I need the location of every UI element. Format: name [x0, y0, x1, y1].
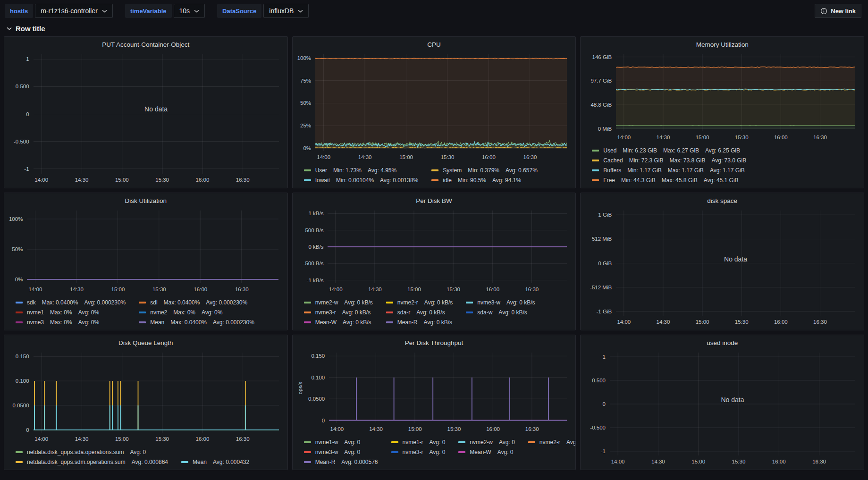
legend-item-mean-w[interactable]: Mean-WAvg: 0 kB/s	[304, 317, 373, 327]
legend-series-stat: Avg: 0.000864	[132, 459, 168, 465]
legend-item-cached[interactable]: CachedMin: 72.3 GiBMax: 73.8 GiBAvg: 73.…	[592, 155, 746, 165]
legend-series-stat: Min: 90.5%	[458, 177, 486, 184]
legend-swatch	[386, 302, 393, 303]
panel-title-cpu[interactable]: CPU	[297, 39, 571, 51]
topbar: hostIs m-r1z1s6-controller timeVariable …	[0, 0, 868, 20]
panel-title-per-disk-throughput[interactable]: Per Disk Throughput	[297, 337, 571, 349]
variable-dropdown-timevariable[interactable]: 10s	[174, 4, 205, 18]
legend-item-iowait[interactable]: IowaitMin: 0.00104%Avg: 0.00138%	[304, 175, 419, 185]
panel-title-disk-utilization[interactable]: Disk Utilization	[9, 195, 283, 207]
legend-series-stat: Avg: 0 kB/s	[342, 309, 371, 316]
chart-svg-per-disk-throughput	[329, 353, 567, 423]
legend-series-stat: Avg: 0	[499, 439, 515, 446]
chevron-down-icon	[298, 9, 303, 13]
plot-area-disk-queue-length[interactable]: 0.1500.1000.0500014:0014:3015:0015:3016:…	[34, 353, 279, 433]
plot-area-memory-utilization[interactable]: 146 GiB97.7 GiB48.8 GiB0 MiB14:0014:3015…	[616, 54, 855, 131]
legend-item-netdata-disk-qops-sdm-operations-sum[interactable]: netdata.disk_qops.sdm.operations.sumAvg:…	[16, 457, 168, 467]
legend-item-mean[interactable]: MeanMax: 0.0400%Avg: 0.000230%	[139, 317, 254, 327]
legend-series-name: nvme3-w	[315, 449, 338, 455]
x-tick-label: 15:30	[155, 436, 169, 442]
legend-series-name: Mean	[150, 319, 164, 326]
legend-swatch	[304, 461, 311, 463]
panel-title-put-account-container-object[interactable]: PUT Account-Container-Object	[9, 39, 283, 51]
plot-area-put-account-container-object[interactable]: 10.5000-0.500-114:0014:3015:0015:3016:00…	[34, 54, 279, 174]
legend-item-sda-w[interactable]: sda-wAvg: 0 kB/s	[466, 307, 535, 317]
panel-title-disk-space[interactable]: disk space	[585, 195, 859, 207]
panel-title-per-disk-bw[interactable]: Per Disk BW	[297, 195, 571, 207]
y-tick-label: 0.0500	[12, 403, 29, 408]
plot-area-cpu[interactable]: 100%75%50%25%0%14:0014:3015:0015:3016:00…	[315, 54, 567, 151]
legend-item-sda-r[interactable]: sda-rAvg: 0 kB/s	[386, 307, 453, 317]
legend-item-nvme2-r[interactable]: nvme2-rAvg: 0 kB/s	[386, 297, 453, 307]
legend-item-mean-r[interactable]: Mean-RAvg: 0.000576	[304, 457, 378, 467]
info-circle-icon	[820, 8, 827, 15]
legend-item-nvme1-w[interactable]: nvme1-wAvg: 0	[304, 437, 378, 447]
x-tick-label: 14:30	[369, 426, 383, 432]
plot-area-per-disk-bw[interactable]: 1 kB/s500 B/s0 kB/s-500 B/s-1 kB/s14:001…	[328, 211, 567, 283]
legend-item-nvme1[interactable]: nvme1Max: 0%Avg: 0%	[16, 307, 126, 317]
legend-item-nvme3-w[interactable]: nvme3-wAvg: 0 kB/s	[466, 297, 535, 307]
legend-series-stat: Avg: 94.1%	[492, 177, 521, 184]
legend-per-disk-bw: nvme2-wAvg: 0 kB/snvme2-rAvg: 0 kB/snvme…	[297, 295, 571, 328]
legend-item-nvme1-r[interactable]: nvme1-rAvg: 0	[391, 437, 446, 447]
legend-item-used[interactable]: UsedMin: 6.23 GiBMax: 6.27 GiBAvg: 6.25 …	[592, 145, 746, 155]
y-tick-label: 0.150	[16, 354, 29, 359]
legend-item-system[interactable]: SystemMin: 0.379%Avg: 0.657%	[431, 165, 538, 175]
x-tick-label: 14:30	[657, 135, 670, 140]
legend-item-free[interactable]: FreeMin: 44.3 GiBMax: 45.8 GiBAvg: 45.1 …	[592, 175, 746, 185]
panel-title-used-inode[interactable]: used inode	[585, 337, 859, 349]
legend-item-sdl[interactable]: sdlMax: 0.0400%Avg: 0.000230%	[139, 297, 254, 307]
y-tick-label: 0.100	[16, 378, 29, 384]
chart-svg-cpu	[315, 54, 567, 151]
x-tick-label: 14:30	[358, 154, 372, 160]
legend-item-nvme2-w[interactable]: nvme2-wAvg: 0	[458, 437, 515, 447]
row-header[interactable]: Row title	[0, 20, 868, 33]
legend-series-name: nvme3-w	[477, 299, 500, 306]
legend-item-mean[interactable]: MeanAvg: 0.000432	[181, 457, 249, 467]
plot-area-per-disk-throughput[interactable]: 0.1500.1000.0500014:0014:3015:0015:3016:…	[329, 353, 567, 423]
y-tick-label: 512 MiB	[592, 236, 612, 242]
plot-area-used-inode[interactable]: 10.5000-0.500-114:0014:3015:0015:3016:00…	[610, 353, 855, 455]
legend-item-mean-w[interactable]: Mean-WAvg: 0	[458, 447, 515, 457]
variable-label-timevariable: timeVariable	[125, 4, 172, 18]
legend-item-nvme3-r[interactable]: nvme3-rAvg: 0	[391, 447, 446, 457]
legend-item-buffers[interactable]: BuffersMin: 1.17 GiBMax: 1.17 GiBAvg: 1.…	[592, 165, 746, 175]
legend-item-nvme3[interactable]: nvme3Max: 0%Avg: 0%	[16, 317, 126, 327]
legend-item-nvme2[interactable]: nvme2Max: 0%Avg: 0%	[139, 307, 254, 317]
x-tick-label: 16:00	[482, 154, 496, 160]
x-tick-label: 16:30	[236, 436, 250, 442]
y-tick-label: 100%	[297, 55, 311, 61]
panel-memory-utilization: Memory Utilization146 GiB97.7 GiB48.8 Gi…	[580, 36, 864, 188]
legend-item-nvme2-w[interactable]: nvme2-wAvg: 0 kB/s	[304, 297, 373, 307]
legend-series-stat: Max: 0.0400%	[170, 319, 207, 326]
legend-series-stat: Avg: 0 kB/s	[506, 299, 535, 306]
legend-item-nvme3-r[interactable]: nvme3-rAvg: 0 kB/s	[304, 307, 373, 317]
x-tick-label: 15:00	[691, 459, 705, 464]
variable-dropdown-hostis[interactable]: m-r1z1s6-controller	[35, 4, 113, 18]
panel-disk-utilization: Disk Utilization100%50%0%14:0014:3015:00…	[4, 193, 288, 330]
x-tick-label: 14:30	[70, 286, 84, 292]
legend-item-nvme2-r[interactable]: nvme2-rAvg: 0	[528, 437, 576, 447]
new-link-button[interactable]: New link	[815, 4, 861, 18]
legend-swatch	[304, 179, 311, 181]
legend-item-user[interactable]: UserMin: 1.73%Avg: 4.95%	[304, 165, 419, 175]
x-tick-label: 14:00	[330, 426, 344, 432]
panel-title-memory-utilization[interactable]: Memory Utilization	[585, 39, 859, 51]
legend-item-nvme3-w[interactable]: nvme3-wAvg: 0	[304, 447, 378, 457]
legend-item-idle[interactable]: idleMin: 90.5%Avg: 94.1%	[431, 175, 538, 185]
variable-dropdown-datasource[interactable]: influxDB	[263, 4, 309, 18]
variable-label-datasource: DataSource	[217, 4, 261, 18]
legend-disk-utilization: sdkMax: 0.0400%Avg: 0.000230%sdlMax: 0.0…	[9, 295, 283, 328]
legend-series-name: nvme2-r	[397, 299, 418, 306]
plot-wrap-memory-utilization: 146 GiB97.7 GiB48.8 GiB0 MiB14:0014:3015…	[585, 51, 859, 143]
plot-area-disk-space[interactable]: 1 GiB512 MiB0 GiB-512 MiB-1 GiB14:0014:3…	[616, 211, 855, 316]
legend-item-mean-r[interactable]: Mean-RAvg: 0 kB/s	[386, 317, 453, 327]
x-tick-label: 16:30	[523, 154, 537, 160]
x-tick-label: 16:00	[194, 286, 207, 292]
legend-item-sdk[interactable]: sdkMax: 0.0400%Avg: 0.000230%	[16, 297, 126, 307]
legend-disk-queue-length: netdata.disk_qops.sda.operations.sumAvg:…	[9, 445, 283, 468]
plot-area-disk-utilization[interactable]: 100%50%0%14:0014:3015:0015:3016:0016:30	[27, 211, 278, 283]
legend-item-netdata-disk-qops-sda-operations-sum[interactable]: netdata.disk_qops.sda.operations.sumAvg:…	[16, 447, 168, 457]
panel-title-disk-queue-length[interactable]: Disk Queue Length	[9, 337, 283, 349]
new-link-label: New link	[831, 8, 856, 15]
